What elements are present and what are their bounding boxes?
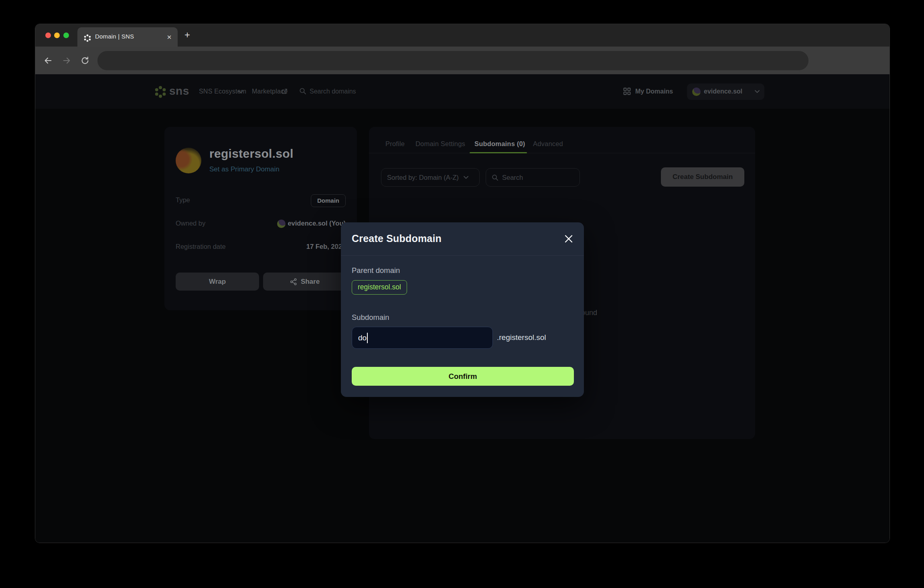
tab-advanced[interactable]: Advanced [533, 140, 563, 148]
set-primary-domain-link[interactable]: Set as Primary Domain [209, 165, 280, 173]
sns-logo-text[interactable]: sns [169, 85, 189, 98]
traffic-light-zoom[interactable] [63, 33, 69, 38]
account-name: evidence.sol [704, 88, 742, 95]
confirm-button[interactable]: Confirm [352, 367, 574, 386]
reload-icon[interactable] [81, 56, 89, 65]
browser-tab-bar: Domain | SNS ✕ + [35, 24, 890, 47]
panel-tabs: Profile Domain Settings Subdomains (0) A… [369, 127, 755, 153]
row-label-type: Type [176, 196, 190, 204]
row-label-owned-by: Owned by [176, 220, 205, 227]
share-button[interactable]: Share [263, 273, 346, 291]
account-menu[interactable]: evidence.sol [687, 83, 764, 100]
close-icon[interactable] [563, 234, 574, 244]
domain-card: registersol.sol Set as Primary Domain Ty… [164, 127, 357, 310]
browser-tab[interactable]: Domain | SNS ✕ [77, 27, 178, 47]
row-label-registration-date: Registration date [176, 243, 226, 250]
share-icon [290, 278, 297, 285]
search-domains-input[interactable]: Search domains [310, 88, 356, 95]
page-viewport: sns SNS Ecosystem Marketplace Search dom… [35, 74, 890, 543]
modal-title: Create Subdomain [352, 233, 442, 244]
wrap-button-label: Wrap [209, 278, 226, 286]
chevron-down-icon [238, 90, 243, 94]
domain-avatar [176, 148, 201, 173]
subdomain-search-input[interactable]: Search [486, 168, 580, 187]
subdomain-label: Subdomain [352, 313, 389, 322]
browser-window: Domain | SNS ✕ + [35, 24, 890, 543]
share-button-label: Share [301, 278, 320, 286]
search-icon [299, 87, 306, 95]
chevron-down-icon [755, 90, 760, 93]
account-avatar [692, 87, 701, 96]
active-tab-underline [470, 152, 527, 153]
owner-value: evidence.sol (You) [288, 220, 346, 227]
sort-label: Sorted by: Domain (A-Z) [387, 174, 459, 181]
new-tab-button[interactable]: + [182, 30, 192, 41]
chevron-down-icon [464, 176, 468, 179]
search-icon [492, 174, 498, 181]
back-icon[interactable] [44, 56, 53, 65]
forward-icon[interactable] [62, 56, 71, 65]
tab-close-icon[interactable]: ✕ [166, 34, 173, 41]
sort-dropdown[interactable]: Sorted by: Domain (A-Z) [381, 168, 480, 187]
parent-domain-badge: registersol.sol [352, 280, 407, 295]
type-badge: Domain [311, 194, 346, 207]
subdomain-input[interactable]: do [352, 327, 493, 349]
parent-suffix-text: .registersol.sol [497, 333, 546, 342]
owner-avatar [277, 220, 286, 228]
subdomain-input-value: do [358, 334, 367, 342]
domain-title: registersol.sol [209, 147, 294, 161]
tab-profile[interactable]: Profile [385, 140, 405, 148]
registration-date-value: 17 Feb, 2024 [306, 243, 346, 250]
my-domains-button[interactable]: My Domains [635, 88, 673, 95]
modal-header: Create Subdomain [341, 222, 584, 256]
desktop-background: Domain | SNS ✕ + [0, 0, 924, 588]
address-bar[interactable] [97, 51, 808, 70]
site-header: sns SNS Ecosystem Marketplace Search dom… [35, 74, 890, 109]
create-subdomain-button[interactable]: Create Subdomain [661, 167, 744, 187]
parent-domain-label: Parent domain [352, 266, 400, 275]
grid-icon [623, 87, 631, 95]
tab-title: Domain | SNS [95, 33, 134, 40]
create-subdomain-modal: Create Subdomain Parent domain registers… [341, 222, 584, 397]
traffic-light-minimize[interactable] [54, 33, 60, 38]
sns-logo-icon[interactable] [154, 85, 167, 99]
tab-domain-settings[interactable]: Domain Settings [415, 140, 465, 148]
wrap-button[interactable]: Wrap [176, 273, 259, 291]
browser-toolbar [35, 47, 890, 74]
traffic-light-close[interactable] [45, 33, 51, 38]
sns-favicon-icon [83, 34, 92, 43]
text-caret [367, 333, 368, 343]
tab-subdomains[interactable]: Subdomains (0) [474, 140, 525, 148]
external-link-icon [282, 88, 288, 94]
search-placeholder: Search [502, 174, 523, 181]
